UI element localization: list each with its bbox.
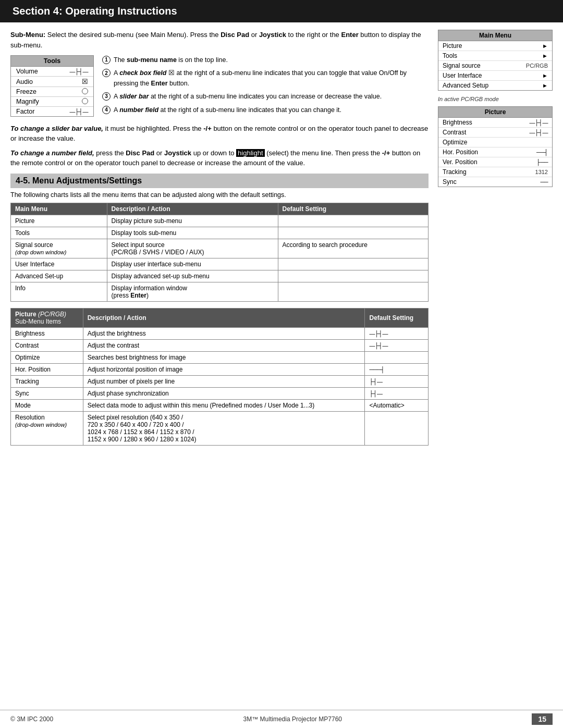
sidebar-row-tracking: Tracking 1312 xyxy=(438,167,552,177)
sr-label-advanced: Advanced Setup xyxy=(443,82,542,89)
num-item-4: 4 A number field at the right of a sub-m… xyxy=(102,105,429,115)
pic-cell-brightness: Brightness xyxy=(11,327,83,339)
num-text-1: The sub-menu name is on the top line. xyxy=(114,55,228,65)
tools-icon-audio: ☒ xyxy=(72,78,88,85)
pic-cell-resolution-sub: (drop-down window) xyxy=(15,422,67,428)
sr-label-hor-pos: Hor. Position xyxy=(443,149,536,156)
sr-label-ui: User Interface xyxy=(443,72,542,79)
sr-label-tools: Tools xyxy=(443,52,542,59)
sr-label-picture: Picture xyxy=(443,42,542,50)
sidebar-row-sync: Sync ── xyxy=(438,177,552,187)
slider-visual-tracking: ├┤— xyxy=(369,378,382,385)
table-row: Optimize Searches best brightness for im… xyxy=(11,351,429,363)
mm-default-picture xyxy=(278,215,429,227)
tools-row-magnify: Magnify xyxy=(11,97,93,107)
table-row: User Interface Display user interface su… xyxy=(11,258,429,270)
table-row: Sync Adjust phase synchronization ├┤— xyxy=(11,387,429,399)
intro-paragraph: Sub-Menu: Select the desired sub-menu (s… xyxy=(10,30,429,50)
disc-pad-bold: Disc Pad xyxy=(221,31,249,39)
pic-default-sync: ├┤— xyxy=(365,387,429,399)
pic-desc-resolution: Select pixel resolution (640 x 350 /720 … xyxy=(83,411,365,445)
main-content: Sub-Menu: Select the desired sub-menu (s… xyxy=(0,30,563,452)
sidebar-row-hor-pos: Hor. Position ──┤ xyxy=(438,147,552,157)
enter-bold: Enter xyxy=(341,31,358,39)
para-slider-bold: To change a slider bar value, xyxy=(10,125,103,132)
mm-desc-tools: Display tools sub-menu xyxy=(107,227,278,239)
sidebar-row-brightness: Brightness —├┤— xyxy=(438,118,552,128)
subsection-desc: The following charts lists all the menu … xyxy=(10,191,429,199)
tools-label-volume: Volume xyxy=(16,68,69,75)
sidebar-row-picture: Picture ► xyxy=(438,41,552,51)
sidebar-row-ui: User Interface ► xyxy=(438,71,552,81)
sr-arrow-tools: ► xyxy=(542,53,548,59)
pic-default-tracking: ├┤— xyxy=(365,375,429,387)
sidebar-picture-header: Picture xyxy=(438,107,552,118)
mm-desc-signal: Select input source(PC/RGB / SVHS / VIDE… xyxy=(107,239,278,258)
sr-arrow-advanced: ► xyxy=(542,82,548,89)
sr-label-contrast: Contrast xyxy=(443,129,529,136)
intro-or1: or xyxy=(251,31,259,39)
picture-submenu-table: Picture (PC/RGB) Sub-Menu Items Descript… xyxy=(10,308,429,446)
page-number-badge: 15 xyxy=(532,713,553,725)
sidebar-row-advanced: Advanced Setup ► xyxy=(438,81,552,90)
table-row: Signal source(drop down window) Select i… xyxy=(11,239,429,258)
num-item-2: 2 A check box field ☒ at the right of a … xyxy=(102,68,429,89)
pic-default-hor: ───┤ xyxy=(365,363,429,375)
main-table-col2: Description / Action xyxy=(107,203,278,215)
submenu-bold: Sub-Menu: xyxy=(10,31,45,39)
tools-table-header: Tools xyxy=(11,56,93,67)
sr-value-signal: PC/RGB xyxy=(526,63,548,69)
table-row: Tracking Adjust number of pixels per lin… xyxy=(11,375,429,387)
sidebar-row-optimize: Optimize xyxy=(438,138,552,147)
sr-slider-brightness: —├┤— xyxy=(529,119,548,126)
num-item-1: 1 The sub-menu name is on the top line. xyxy=(102,55,429,65)
subsection-title: 4-5. Menu Adjustments/Settings xyxy=(16,176,142,185)
mm-cell-picture: Picture xyxy=(11,215,107,227)
main-table-col3: Default Setting xyxy=(278,203,429,215)
num-circle-1: 1 xyxy=(102,56,111,64)
mm-cell-signal-sub: (drop down window) xyxy=(15,249,66,255)
footer-left: © 3M IPC 2000 xyxy=(10,715,53,723)
mm-desc-info: Display information window(press Enter) xyxy=(107,282,278,301)
pic-cell-hor: Hor. Position xyxy=(11,363,83,375)
num-text-2: A check box field ☒ at the right of a su… xyxy=(114,68,429,89)
mm-default-info xyxy=(278,282,429,301)
sr-label-brightness: Brightness xyxy=(443,119,529,126)
right-column: Main Menu Picture ► Tools ► Signal sourc… xyxy=(438,30,553,452)
mm-desc-advanced: Display advanced set-up sub-menu xyxy=(107,270,278,282)
tools-row-factor: Factor —├┤— xyxy=(11,107,93,116)
sidebar-caption: In active PC/RGB mode xyxy=(438,96,553,102)
intro-text1: Select the desired sub-menu (see Main Me… xyxy=(47,31,221,39)
sr-label-sync: Sync xyxy=(443,178,540,186)
tools-icon-volume: —├┤— xyxy=(69,68,88,75)
main-menu-table: Main Menu Description / Action Default S… xyxy=(10,203,429,302)
table-row: Resolution(drop-down window) Select pixe… xyxy=(11,411,429,445)
tools-icon-factor: —├┤— xyxy=(69,108,88,115)
num-circle-2: 2 xyxy=(102,69,111,77)
tools-label-freeze: Freeze xyxy=(16,88,72,95)
sidebar-row-ver-pos: Ver. Position ├── xyxy=(438,157,552,167)
para-number-text1: press the Disc Pad or Joystick up or dow… xyxy=(96,149,236,157)
left-column: Sub-Menu: Select the desired sub-menu (s… xyxy=(10,30,429,452)
table-row: Tools Display tools sub-menu xyxy=(11,227,429,239)
sidebar-row-contrast: Contrast —├┤— xyxy=(438,128,552,138)
sr-arrow-ui: ► xyxy=(542,72,548,79)
num-item-3: 3 A slider bar at the right of a sub-men… xyxy=(102,92,429,102)
pic-desc-optimize: Searches best brightness for image xyxy=(83,351,365,363)
tools-row-volume: Volume —├┤— xyxy=(11,67,93,77)
mm-default-advanced xyxy=(278,270,429,282)
sidebar-row-signal: Signal source PC/RGB xyxy=(438,61,552,71)
page-footer: © 3M IPC 2000 3M™ Multimedia Projector M… xyxy=(0,710,563,728)
table-row: Hor. Position Adjust horizontal position… xyxy=(11,363,429,375)
sr-value-tracking: 1312 xyxy=(535,169,548,175)
tools-row-freeze: Freeze xyxy=(11,87,93,97)
tools-table: Tools Volume —├┤— Audio ☒ Freeze xyxy=(10,55,94,117)
pic-default-optimize xyxy=(365,351,429,363)
num-circle-4: 4 xyxy=(102,106,111,114)
pic-table-col1: Picture (PC/RGB) Sub-Menu Items xyxy=(11,308,83,327)
sr-label-signal: Signal source xyxy=(443,62,526,69)
footer-center: 3M™ Multimedia Projector MP7760 xyxy=(243,715,342,723)
page: Section 4: Operating Instructions Sub-Me… xyxy=(0,0,563,728)
sr-label-tracking: Tracking xyxy=(443,168,535,176)
tools-label-magnify: Magnify xyxy=(16,98,72,105)
